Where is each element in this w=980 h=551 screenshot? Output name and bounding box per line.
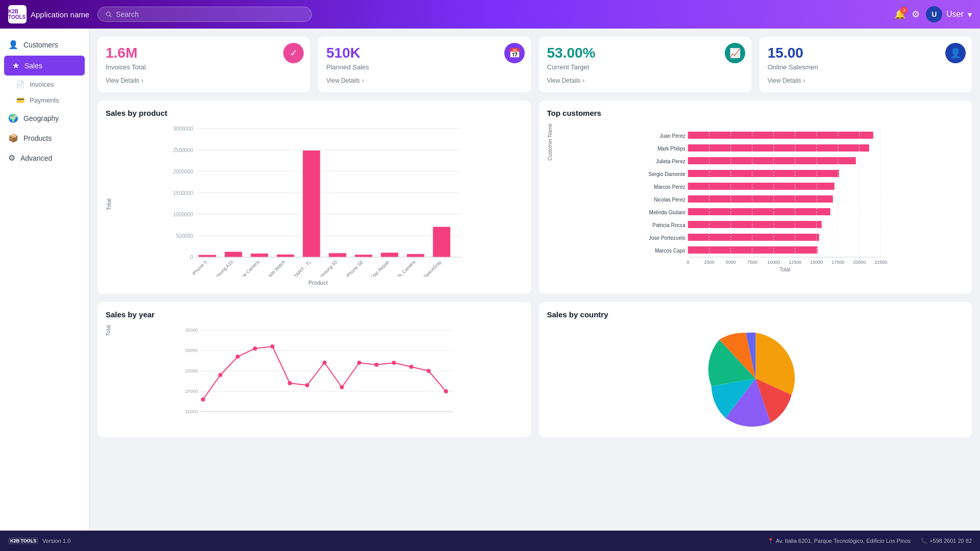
notification-badge: 3 <box>900 7 908 14</box>
y-axis-label-product: Total <box>106 198 112 210</box>
sidebar-label-sales: Sales <box>24 62 42 70</box>
sidebar-item-customers[interactable]: 👤 Customers <box>0 35 89 55</box>
invoices-icon: 📄 <box>16 81 24 88</box>
user-area[interactable]: U User ▾ <box>926 6 972 22</box>
kpi-card-invoices: ✓ 1.6M Invoices Total View Details › <box>97 37 310 92</box>
sidebar-item-sales[interactable]: ★ Sales <box>4 56 85 76</box>
sidebar-item-payments[interactable]: 💳 Payments <box>0 92 89 108</box>
svg-text:20000: 20000 <box>185 389 198 394</box>
svg-text:Mark Philips: Mark Philips <box>657 146 685 152</box>
kpi-value-salesmen: 15.00 <box>768 45 964 61</box>
sidebar-label-customers: Customers <box>23 41 58 49</box>
kpi-label-planned: Planned Sales <box>326 63 522 71</box>
svg-text:20000: 20000 <box>853 260 866 265</box>
svg-text:25000: 25000 <box>185 368 198 373</box>
svg-text:Sergio Damonte: Sergio Damonte <box>648 171 685 177</box>
svg-text:17500: 17500 <box>831 260 844 265</box>
user-label: User <box>946 10 964 19</box>
svg-point-90 <box>409 365 413 369</box>
bar-leica <box>303 151 320 257</box>
svg-text:Apple Watch: Apple Watch <box>264 259 286 277</box>
kpi-view-details-planned[interactable]: View Details › <box>326 77 522 84</box>
svg-rect-38 <box>688 195 832 203</box>
kpi-icon-invoices: ✓ <box>283 43 304 63</box>
sidebar-label-advanced: Advanced <box>20 154 52 162</box>
layout: 👤 Customers ★ Sales 📄 Invoices 💳 Payment… <box>0 29 980 531</box>
svg-text:500000: 500000 <box>176 233 193 239</box>
svg-point-83 <box>288 381 292 385</box>
kpi-view-details-salesmen[interactable]: View Details › <box>768 77 964 84</box>
svg-point-81 <box>253 346 257 350</box>
kpi-label-invoices: Invoices Total <box>106 63 302 71</box>
products-icon: 📦 <box>8 133 18 143</box>
kpi-view-details-target[interactable]: View Details › <box>547 77 743 84</box>
kpi-row: ✓ 1.6M Invoices Total View Details › 📅 5… <box>97 37 972 92</box>
sales-by-product-chart: 3000000 2500000 2000000 1500000 1000000 … <box>114 123 523 277</box>
svg-rect-28 <box>688 132 873 139</box>
svg-point-80 <box>236 355 240 359</box>
svg-text:0: 0 <box>190 255 193 260</box>
svg-point-78 <box>201 397 205 402</box>
footer-version: Version 1.0 <box>42 538 70 544</box>
kpi-view-details-invoices[interactable]: View Details › <box>106 77 302 84</box>
sales-by-country-chart <box>547 325 964 427</box>
bar-iphone-se <box>355 255 372 257</box>
settings-button[interactable]: ⚙ <box>912 9 920 20</box>
svg-text:iPhone SE: iPhone SE <box>346 259 364 277</box>
sales-by-product-card: Sales by product Total <box>97 101 531 294</box>
notification-button[interactable]: 🔔 3 <box>894 9 905 20</box>
kpi-value-target: 53.00% <box>547 45 743 61</box>
svg-text:2500: 2500 <box>704 260 714 265</box>
sidebar-item-geography[interactable]: 🌍 Geography <box>0 108 89 128</box>
svg-text:Marcos Perez: Marcos Perez <box>654 184 685 190</box>
svg-text:5000: 5000 <box>725 260 736 265</box>
advanced-icon: ⚙ <box>8 153 15 163</box>
y-axis-label-year: Total <box>106 325 111 336</box>
svg-text:2000000: 2000000 <box>173 169 193 174</box>
svg-text:iPhone X: iPhone X <box>191 259 208 276</box>
svg-text:Patricia Rocca: Patricia Rocca <box>652 222 685 228</box>
kpi-icon-target: 📈 <box>725 43 745 63</box>
sidebar-label-products: Products <box>23 134 52 142</box>
bar-ipad <box>433 227 450 257</box>
svg-text:Julieta Perez: Julieta Perez <box>655 159 685 164</box>
search-bar[interactable] <box>97 7 312 22</box>
kpi-card-target: 📈 53.00% Current Target View Details › <box>539 37 751 92</box>
footer-logo: K2B TOOLS <box>8 537 38 544</box>
svg-point-85 <box>323 361 327 365</box>
kpi-label-target: Current Target <box>547 63 743 71</box>
sales-icon: ★ <box>12 61 19 70</box>
search-input[interactable] <box>116 10 304 18</box>
svg-point-84 <box>305 383 309 387</box>
svg-point-79 <box>218 373 223 377</box>
svg-text:7500: 7500 <box>747 260 757 265</box>
kpi-card-salesmen: 👤 15.00 Online Salesmen View Details › <box>760 37 972 92</box>
sidebar-label-invoices: Invoices <box>30 81 54 88</box>
y-axis-label-customers: Customer Name <box>547 123 553 161</box>
main-content: ✓ 1.6M Invoices Total View Details › 📅 5… <box>89 29 980 531</box>
svg-text:2500000: 2500000 <box>173 147 193 153</box>
customers-icon: 👤 <box>8 40 18 49</box>
chevron-down-icon: ▾ <box>968 10 972 19</box>
avatar: U <box>926 6 942 22</box>
svg-point-91 <box>427 369 431 373</box>
sidebar: 👤 Customers ★ Sales 📄 Invoices 💳 Payment… <box>0 29 89 531</box>
svg-text:3000000: 3000000 <box>173 126 193 132</box>
kpi-icon-salesmen: 👤 <box>945 43 966 63</box>
svg-rect-42 <box>688 221 821 228</box>
svg-text:15000: 15000 <box>185 409 198 414</box>
bar-samsung-s5 <box>329 253 346 257</box>
sidebar-item-products[interactable]: 📦 Products <box>0 128 89 148</box>
bar-canon <box>407 254 424 257</box>
svg-point-82 <box>271 344 275 348</box>
charts-row-1: Sales by product Total <box>97 101 972 294</box>
sidebar-item-invoices[interactable]: 📄 Invoices <box>0 77 89 92</box>
svg-text:Jose Portezuelo: Jose Portezuelo <box>649 235 685 241</box>
x-axis-label-product: Product <box>114 280 523 286</box>
svg-text:1000000: 1000000 <box>173 212 193 217</box>
svg-text:Total: Total <box>779 267 790 271</box>
svg-point-88 <box>375 363 379 367</box>
sales-by-country-title: Sales by country <box>547 310 964 319</box>
sidebar-item-advanced[interactable]: ⚙ Advanced <box>0 148 89 168</box>
svg-text:15000: 15000 <box>810 260 823 265</box>
